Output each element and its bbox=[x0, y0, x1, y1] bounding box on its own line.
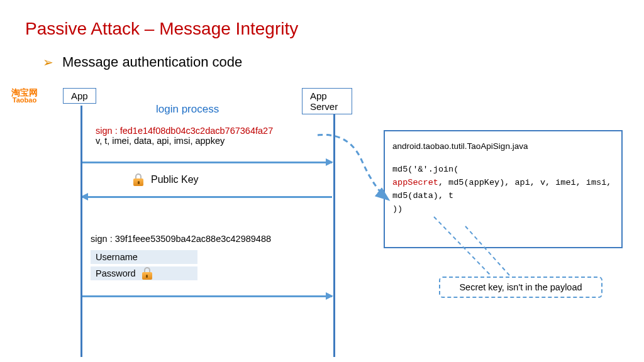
taobao-zh: 淘宝网 bbox=[11, 88, 38, 97]
lock-icon bbox=[141, 267, 153, 280]
appsecret-token: appSecret bbox=[392, 178, 438, 187]
arrow-2 bbox=[82, 196, 332, 198]
arrow-1 bbox=[82, 162, 332, 163]
code-line-1: md5('&'.join( bbox=[392, 163, 614, 177]
actor-server-box: App Server bbox=[302, 88, 352, 114]
message-1-text: sign : fed1e14f08db04c3c2dacb767364fa27 … bbox=[96, 126, 273, 146]
public-key-label: Public Key bbox=[151, 174, 199, 185]
taobao-en: Taobao bbox=[11, 97, 38, 104]
taobao-logo: 淘宝网 Taobao bbox=[11, 88, 38, 104]
bullet-text: Message authentication code bbox=[62, 54, 242, 70]
public-key-row: Public Key bbox=[132, 173, 199, 186]
lifeline-app bbox=[80, 106, 82, 357]
arrow-3 bbox=[82, 295, 332, 297]
password-box: Password bbox=[91, 266, 197, 280]
code-box: android.taobao.tutil.TaoApiSign.java md5… bbox=[384, 130, 623, 248]
sequence-diagram: App App Server login process sign : fed1… bbox=[63, 88, 352, 352]
bullet-triangle-icon: ➢ bbox=[43, 55, 53, 70]
login-process-label: login process bbox=[156, 103, 219, 116]
java-file-name: android.taobao.tutil.TaoApiSign.java bbox=[392, 140, 614, 153]
code-line-3: )) bbox=[392, 203, 614, 216]
password-label: Password bbox=[96, 268, 136, 278]
actor-app-box: App bbox=[63, 88, 96, 104]
username-box: Username bbox=[91, 250, 197, 264]
sign1-value: sign : fed1e14f08db04c3c2dacb767364fa27 bbox=[96, 126, 273, 136]
lifeline-server bbox=[333, 106, 335, 357]
slide-title: Passive Attack – Message Integrity bbox=[25, 19, 298, 39]
sign1-params: v, t, imei, data, api, imsi, appkey bbox=[96, 136, 273, 146]
sign2-value: sign : 39f1feee53509ba42ac88e3c42989488 bbox=[91, 234, 271, 244]
bullet-row: ➢ Message authentication code bbox=[43, 54, 242, 70]
code-line-2: appSecret, md5(appKey), api, v, imei, im… bbox=[392, 177, 614, 203]
secret-key-callout: Secret key, isn't in the payload bbox=[439, 277, 602, 298]
lock-icon bbox=[132, 173, 145, 186]
